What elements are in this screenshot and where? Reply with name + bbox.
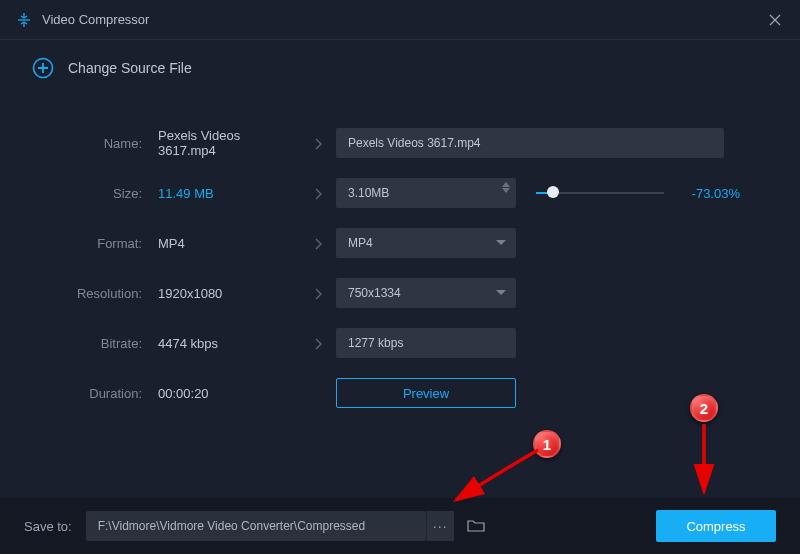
chevron-right-icon (300, 335, 336, 351)
callout-2: 2 (690, 394, 718, 422)
preview-cell: Preview (336, 378, 516, 408)
bitrate-label: Bitrate: (40, 336, 150, 351)
resolution-original: 1920x1080 (150, 286, 300, 301)
size-output-cell: 3.10MB (336, 178, 516, 208)
form-area: Name: Pexels Videos 3617.mp4 Pexels Vide… (0, 96, 800, 418)
duration-label: Duration: (40, 386, 150, 401)
chevron-right-icon (300, 135, 336, 151)
name-output-value: Pexels Videos 3617.mp4 (348, 136, 481, 150)
change-source-label: Change Source File (68, 60, 192, 76)
app-title: Video Compressor (42, 12, 149, 27)
bitrate-original: 4474 kbps (150, 336, 300, 351)
save-to-label: Save to: (24, 519, 72, 534)
size-slider-cell: -73.03% (516, 186, 740, 201)
resolution-output-cell: 750x1334 (336, 278, 516, 308)
save-path-value: F:\Vidmore\Vidmore Video Converter\Compr… (98, 519, 365, 533)
add-icon (32, 57, 54, 79)
more-icon: ··· (433, 518, 448, 534)
change-source-row[interactable]: Change Source File (0, 40, 800, 96)
size-percent: -73.03% (680, 186, 740, 201)
callout-1: 1 (533, 430, 561, 458)
spinner-up-icon[interactable] (502, 182, 510, 187)
row-bitrate: Bitrate: 4474 kbps 1277 kbps (40, 318, 740, 368)
spinner-down-icon[interactable] (502, 188, 510, 193)
row-duration: Duration: 00:00:20 Preview (40, 368, 740, 418)
bitrate-output-value: 1277 kbps (348, 336, 403, 350)
row-size: Size: 11.49 MB 3.10MB -73.03% (40, 168, 740, 218)
bottombar: Save to: F:\Vidmore\Vidmore Video Conver… (0, 498, 800, 554)
resolution-label: Resolution: (40, 286, 150, 301)
size-original: 11.49 MB (150, 186, 300, 201)
row-resolution: Resolution: 1920x1080 750x1334 (40, 268, 740, 318)
format-output-cell: MP4 (336, 228, 516, 258)
size-slider[interactable] (536, 191, 664, 195)
save-path-input[interactable]: F:\Vidmore\Vidmore Video Converter\Compr… (86, 511, 426, 541)
name-output-cell: Pexels Videos 3617.mp4 (336, 128, 724, 158)
format-output-value: MP4 (348, 236, 373, 250)
format-original: MP4 (150, 236, 300, 251)
slider-thumb[interactable] (547, 186, 559, 198)
chevron-down-icon (496, 290, 506, 295)
name-label: Name: (40, 136, 150, 151)
chevron-right-icon (300, 235, 336, 251)
name-original: Pexels Videos 3617.mp4 (150, 128, 300, 158)
folder-icon (467, 519, 485, 533)
more-button[interactable]: ··· (426, 511, 454, 541)
size-label: Size: (40, 186, 150, 201)
chevron-right-icon (300, 285, 336, 301)
chevron-right-icon (300, 185, 336, 201)
size-output-input[interactable]: 3.10MB (336, 178, 516, 208)
compress-button[interactable]: Compress (656, 510, 776, 542)
preview-button[interactable]: Preview (336, 378, 516, 408)
close-icon[interactable] (766, 11, 784, 29)
name-output-input[interactable]: Pexels Videos 3617.mp4 (336, 128, 724, 158)
titlebar: Video Compressor (0, 0, 800, 40)
chevron-down-icon (496, 240, 506, 245)
bitrate-output-input[interactable]: 1277 kbps (336, 328, 516, 358)
format-label: Format: (40, 236, 150, 251)
bitrate-output-cell: 1277 kbps (336, 328, 516, 358)
compress-icon (16, 12, 32, 28)
open-folder-button[interactable] (460, 511, 492, 541)
row-format: Format: MP4 MP4 (40, 218, 740, 268)
size-spinner[interactable] (502, 182, 510, 193)
callout-1-text: 1 (543, 436, 551, 453)
resolution-output-value: 750x1334 (348, 286, 401, 300)
callout-2-text: 2 (700, 400, 708, 417)
format-select[interactable]: MP4 (336, 228, 516, 258)
compress-label: Compress (686, 519, 745, 534)
annotation-arrow-2 (694, 420, 714, 500)
resolution-select[interactable]: 750x1334 (336, 278, 516, 308)
size-output-value: 3.10MB (348, 186, 389, 200)
row-name: Name: Pexels Videos 3617.mp4 Pexels Vide… (40, 118, 740, 168)
duration-value: 00:00:20 (150, 386, 300, 401)
preview-label: Preview (403, 386, 449, 401)
